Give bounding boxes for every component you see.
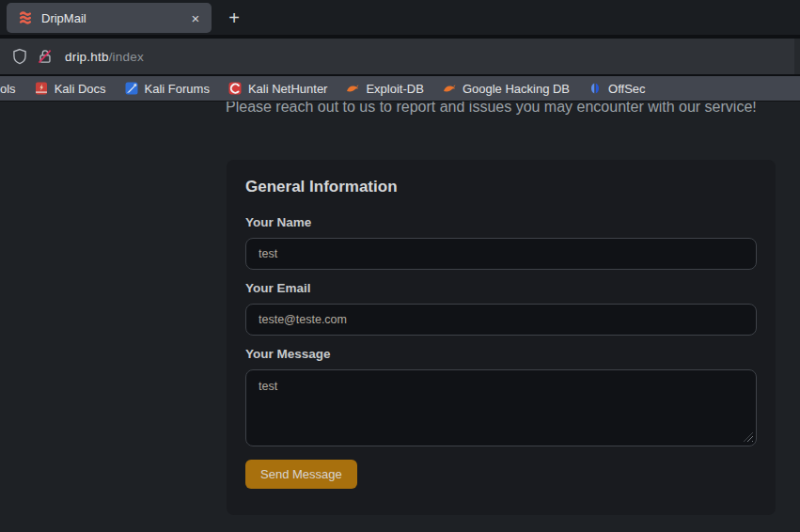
email-input[interactable] — [245, 304, 757, 336]
bookmark-kali-docs[interactable]: Kali Docs — [34, 81, 106, 96]
url-bar[interactable]: drip.htb/index — [0, 39, 794, 74]
tab-close-icon[interactable]: × — [185, 8, 206, 28]
browser-tab-dripmail[interactable]: DripMail × — [7, 3, 212, 33]
kali-docs-icon — [34, 81, 49, 96]
contact-form-card: General Information Your Name Your Email… — [227, 160, 776, 515]
message-label: Your Message — [245, 348, 757, 361]
page-viewport: Please reach out to us to report and iss… — [0, 102, 800, 532]
bookmark-label: Kali Forums — [145, 82, 210, 96]
name-label: Your Name — [245, 216, 757, 229]
name-input[interactable] — [245, 238, 757, 270]
navigation-toolbar: drip.htb/index — [0, 35, 800, 76]
kali-forums-icon — [124, 81, 139, 96]
url-host: drip.htb — [65, 50, 109, 64]
tab-title: DripMail — [41, 11, 177, 25]
bookmark-google-hacking-db[interactable]: Google Hacking DB — [442, 81, 570, 96]
bookmark-label: Exploit-DB — [366, 82, 423, 96]
kali-nethunter-icon — [227, 81, 243, 96]
tab-bar: DripMail × + — [0, 0, 800, 35]
url-text[interactable]: drip.htb/index — [65, 50, 144, 64]
insecure-lock-icon[interactable] — [37, 48, 54, 65]
bookmark-kali-tools-truncated[interactable]: ols — [0, 82, 16, 96]
send-message-button[interactable]: Send Message — [245, 460, 357, 489]
bookmark-label: Kali Docs — [55, 82, 106, 96]
new-tab-button[interactable]: + — [221, 5, 247, 31]
bookmarks-toolbar: ols Kali Docs Kali Forums — [0, 76, 800, 102]
exploit-db-icon — [345, 81, 360, 96]
email-label: Your Email — [245, 282, 757, 295]
bookmark-exploit-db[interactable]: Exploit-DB — [345, 81, 423, 96]
bookmark-kali-nethunter[interactable]: Kali NetHunter — [227, 81, 328, 96]
bookmark-label: OffSec — [608, 82, 646, 96]
url-path: /index — [109, 50, 144, 64]
dripmail-favicon-icon — [18, 10, 33, 25]
bookmark-kali-forums[interactable]: Kali Forums — [124, 81, 210, 96]
message-field-wrap: test — [245, 369, 757, 446]
bookmark-label: Google Hacking DB — [463, 82, 570, 96]
intro-text: Please reach out to us to report and iss… — [226, 102, 761, 119]
shield-icon[interactable] — [11, 48, 28, 65]
bookmark-label: ols — [0, 82, 16, 96]
bookmark-label: Kali NetHunter — [248, 82, 328, 96]
google-hacking-db-icon — [442, 81, 457, 96]
message-textarea[interactable]: test — [245, 369, 757, 446]
offsec-icon — [588, 81, 603, 96]
bookmark-offsec[interactable]: OffSec — [588, 81, 646, 96]
form-title: General Information — [245, 178, 757, 196]
